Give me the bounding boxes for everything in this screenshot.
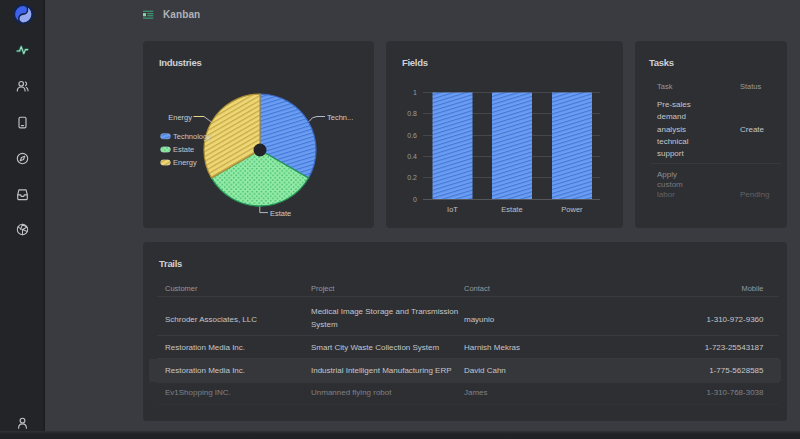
- svg-text:0: 0: [413, 196, 417, 203]
- svg-text:Power: Power: [561, 205, 583, 214]
- svg-text:0.8: 0.8: [407, 110, 417, 117]
- svg-text:0.4: 0.4: [407, 153, 417, 160]
- svg-text:0.6: 0.6: [407, 132, 417, 139]
- svg-text:IoT: IoT: [447, 205, 458, 214]
- svg-text:Estate: Estate: [501, 205, 522, 214]
- svg-text:0.2: 0.2: [407, 174, 417, 181]
- svg-text:1: 1: [413, 89, 417, 96]
